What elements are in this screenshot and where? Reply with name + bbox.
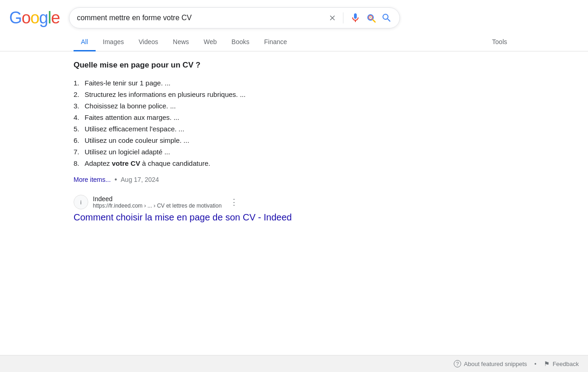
result-site-name: Indeed [93, 195, 222, 203]
result-favicon: i [74, 195, 88, 209]
tab-videos[interactable]: Videos [131, 34, 166, 51]
list-item: 1.Faites-le tenir sur 1 page. ... [74, 77, 478, 89]
lens-icon [365, 12, 377, 23]
close-icon [328, 14, 337, 22]
svg-line-2 [373, 20, 375, 22]
snippet-question: Quelle mise en page pour un CV ? [74, 61, 478, 70]
search-by-image-button[interactable] [365, 12, 377, 23]
more-items-link[interactable]: More items... [74, 176, 111, 183]
search-button[interactable] [381, 12, 392, 23]
tab-web[interactable]: Web [196, 34, 224, 51]
search-input[interactable]: comment mettre en forme votre CV [77, 14, 328, 22]
snippet-list: 1.Faites-le tenir sur 1 page. ... 2.Stru… [74, 77, 478, 169]
nav-tabs: All Images Videos News Web Books Finance… [0, 33, 588, 51]
search-icons [328, 12, 392, 23]
search-bar: comment mettre en forme votre CV [69, 7, 400, 28]
list-item: 7.Utilisez un logiciel adapté ... [74, 146, 478, 158]
header: Google comment mettre en forme votre CV [0, 0, 588, 33]
google-logo[interactable]: Google [9, 8, 60, 28]
list-item: 8.Adaptez votre CV à chaque candidature. [74, 158, 478, 169]
tab-news[interactable]: News [166, 34, 196, 51]
separator-dot: • [114, 175, 117, 184]
more-items-row: More items... • Aug 17, 2024 [74, 175, 478, 184]
main-content: Quelle mise en page pour un CV ? 1.Faite… [0, 51, 552, 242]
logo-letter-o1: o [22, 8, 30, 27]
tab-images[interactable]: Images [96, 34, 131, 51]
search-icon [381, 12, 392, 23]
snippet-date: Aug 17, 2024 [121, 176, 159, 183]
result-url: https://fr.indeed.com › ... › CV et lett… [93, 203, 222, 209]
search-result-indeed: i Indeed https://fr.indeed.com › ... › C… [74, 195, 478, 223]
list-item: 6.Utilisez un code couleur simple. ... [74, 135, 478, 146]
favicon-letter: i [80, 199, 82, 206]
result-source-info: Indeed https://fr.indeed.com › ... › CV … [93, 195, 222, 209]
logo-letter-g2: g [39, 8, 48, 27]
logo-letter-o2: o [30, 8, 39, 27]
featured-snippet: Quelle mise en page pour un CV ? 1.Faite… [74, 61, 478, 184]
result-source: i Indeed https://fr.indeed.com › ... › C… [74, 195, 478, 209]
logo-letter-e: e [51, 8, 60, 27]
list-item: 4.Faites attention aux marges. ... [74, 112, 478, 123]
logo-letter-g: G [9, 8, 22, 27]
list-item: 5.Utilisez efficacement l'espace. ... [74, 123, 478, 135]
clear-button[interactable] [328, 14, 337, 22]
tab-tools[interactable]: Tools [485, 34, 514, 51]
microphone-icon [350, 12, 361, 23]
result-menu-button[interactable]: ⋮ [230, 197, 238, 207]
voice-search-button[interactable] [350, 12, 361, 23]
list-item: 2.Structurez les informations en plusieu… [74, 89, 478, 100]
tab-books[interactable]: Books [224, 34, 257, 51]
tab-finance[interactable]: Finance [257, 34, 295, 51]
list-item: 3.Choisissez la bonne police. ... [74, 100, 478, 112]
result-title[interactable]: Comment choisir la mise en page de son C… [74, 212, 292, 222]
search-divider [343, 12, 343, 23]
tab-all[interactable]: All [74, 34, 96, 51]
